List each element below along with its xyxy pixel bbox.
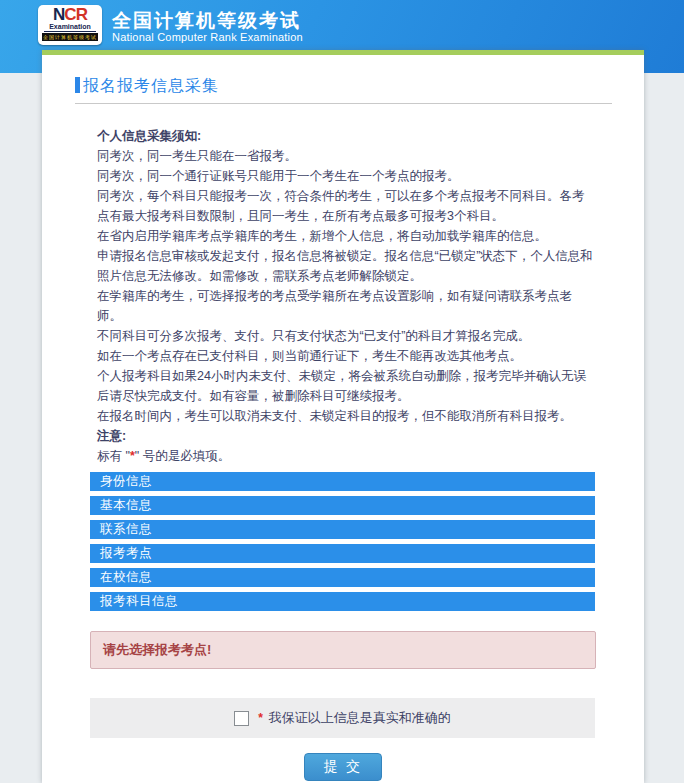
notice-item: 申请报名信息审核或发起支付，报名信息将被锁定。报名信息“已锁定”状态下，个人信息… <box>97 246 594 286</box>
notice-item: 如在一个考点存在已支付科目，则当前通行证下，考生不能再改选其他考点。 <box>97 346 594 366</box>
ncre-logo-mark: NCR <box>38 6 102 23</box>
site-subtitle: National Computer Rank Examination <box>112 31 303 43</box>
agreement-required-star: * <box>258 711 263 725</box>
notice-item: 不同科目可分多次报考、支付。只有支付状态为“已支付”的科目才算报名完成。 <box>97 326 594 346</box>
page-title: 报名报考信息采集 <box>83 76 219 97</box>
notice-heading: 个人信息采集须知: <box>97 126 594 146</box>
required-note-suffix: " 号的是必填项。 <box>135 449 230 463</box>
agreement-strip: * 我保证以上信息是真实和准确的 <box>90 698 595 738</box>
title-marker-bar <box>75 77 80 93</box>
alert-message: 请先选择报考考点! <box>90 631 596 669</box>
notice-block: 个人信息采集须知: 同考次，同一考生只能在一省报考。 同考次，同一个通行证账号只… <box>97 126 594 466</box>
logo-strip-text: 全国计算机等级考试 <box>42 33 98 41</box>
logo-letter-n: N <box>53 5 64 24</box>
section-bar-basic[interactable]: 基本信息 <box>90 496 595 515</box>
notice-required-note: 标有 "*" 号的是必填项。 <box>97 446 594 466</box>
notice-item: 在学籍库的考生，可选择报考的考点受学籍所在考点设置影响，如有疑问请联系考点老师。 <box>97 286 594 326</box>
section-bar-exam-site[interactable]: 报考考点 <box>90 544 595 563</box>
required-note-prefix: 标有 " <box>97 449 130 463</box>
logo-letters-cr: CR <box>64 5 87 24</box>
notice-item: 个人报考科目如果24小时内未支付、未锁定，将会被系统自动删除，报考完毕并确认无误… <box>97 366 594 406</box>
accordion-sections: 身份信息 基本信息 联系信息 报考考点 在校信息 报考科目信息 <box>90 472 595 616</box>
section-bar-subjects[interactable]: 报考科目信息 <box>90 592 595 611</box>
page-title-row: 报名报考信息采集 <box>75 76 219 94</box>
notice-item: 同考次，每个科目只能报考一次，符合条件的考生，可以在多个考点报考不同科目。各考点… <box>97 186 594 226</box>
agreement-label: 我保证以上信息是真实和准确的 <box>269 709 451 727</box>
notice-item: 同考次，同一个通行证账号只能用于一个考生在一个考点的报考。 <box>97 166 594 186</box>
logo-examination-text: Examination <box>44 23 96 32</box>
content-card: 报名报考信息采集 个人信息采集须知: 同考次，同一考生只能在一省报考。 同考次，… <box>42 50 644 783</box>
agreement-checkbox[interactable] <box>234 711 249 726</box>
section-bar-identity[interactable]: 身份信息 <box>90 472 595 491</box>
notice-item: 同考次，同一考生只能在一省报考。 <box>97 146 594 166</box>
page: { "header": { "title": "全国计算机等级考试", "sub… <box>0 0 684 783</box>
ncre-logo: NCR Examination 全国计算机等级考试 <box>38 5 102 45</box>
notice-item: 在报名时间内，考生可以取消未支付、未锁定科目的报考，但不能取消所有科目报考。 <box>97 406 594 426</box>
submit-button[interactable]: 提 交 <box>304 753 382 781</box>
section-bar-school[interactable]: 在校信息 <box>90 568 595 587</box>
notice-attention-heading: 注意: <box>97 426 594 446</box>
title-divider <box>75 103 612 104</box>
notice-item: 在省内启用学籍库考点学籍库的考生，新增个人信息，将自动加载学籍库的信息。 <box>97 226 594 246</box>
section-bar-contact[interactable]: 联系信息 <box>90 520 595 539</box>
